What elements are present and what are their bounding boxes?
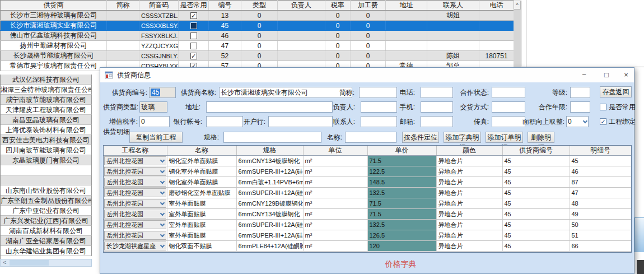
copy-project-button[interactable]: 复制当前工程 — [129, 132, 183, 143]
detail-cell[interactable]: 异地合片 — [436, 209, 502, 220]
column-header[interactable]: 地址 — [386, 1, 427, 11]
scroll-left-icon[interactable]: < — [1, 259, 8, 266]
detail-cell[interactable]: 6mmSUPER-III+12A(硅... — [236, 166, 303, 177]
project-combobox[interactable]: 岳州北控花园 — [104, 199, 166, 208]
project-combobox[interactable]: 岳州北控花园 — [104, 231, 166, 240]
detail-cell[interactable]: 岳州北控花园 — [104, 188, 167, 198]
detail-cell[interactable]: m² — [303, 156, 367, 166]
dialog-titlebar[interactable]: 供货商信息 − □ × — [100, 68, 634, 82]
list-item[interactable]: 天津耀皮工程玻璃有限公司 — [1, 105, 92, 115]
detail-cell[interactable]: 6mmSUPER-III+12A(硅... — [236, 220, 303, 230]
detail-cell[interactable]: 6mmSUPER-III+12A(硅... — [236, 188, 303, 198]
detail-cell[interactable]: 132.5 — [367, 188, 436, 198]
common-checkbox[interactable]: 是否常用 — [600, 101, 636, 113]
column-header[interactable]: 供货商 — [1, 1, 107, 11]
column-header[interactable]: 简音码 — [139, 1, 179, 11]
grade-field[interactable] — [570, 87, 590, 98]
list-item[interactable]: 广东坚朗五金制品股份有限公司 — [1, 196, 92, 206]
round-up-dropdown[interactable]: 0 — [566, 116, 589, 127]
list-item[interactable]: 湖南百成新材料有限公司 — [1, 226, 92, 236]
detail-cell[interactable]: 45 — [502, 156, 570, 166]
supplier-row[interactable]: 长沙市三湘特种玻璃有限公司CSSSXTZBL...13000胡姐 — [1, 11, 514, 21]
detail-cell[interactable]: 岳州北控花园 — [104, 230, 167, 241]
add-dict-detail-button[interactable]: 添加字典明细 — [444, 132, 481, 143]
detail-row[interactable]: 岳州北控花园室外单面贴膜6mmCNY134镀膜钢化m²71.5异地合片4549 — [104, 209, 631, 220]
detail-row[interactable]: 岳州北控花园磨砂钢化室外单面贴膜6mmSUPER-III+12A(硅...m²1… — [104, 188, 631, 198]
detail-cell[interactable]: 148.5 — [367, 177, 436, 188]
detail-cell[interactable]: 87 — [570, 177, 631, 188]
scrollbar-thumb[interactable] — [10, 260, 49, 266]
detail-cell[interactable]: 异地合片 — [436, 220, 502, 230]
detail-cell[interactable]: 71.5 — [367, 209, 436, 220]
column-header[interactable]: 联系人 — [427, 1, 479, 11]
detail-cell[interactable]: 异地合片 — [436, 230, 502, 241]
detail-cell[interactable]: 6mmPLE84+12A(硅酮胶... — [236, 241, 303, 252]
detail-cell[interactable]: 异地合片 — [436, 156, 502, 166]
column-header[interactable]: 工程名称 — [104, 146, 167, 156]
detail-cell[interactable]: 异地合片 — [436, 188, 502, 198]
column-header[interactable]: 负责人 — [278, 1, 325, 11]
delivery-field[interactable] — [492, 101, 525, 113]
locate-button[interactable]: 按条件定位 — [402, 132, 439, 143]
column-header[interactable]: 编号 — [209, 1, 241, 11]
detail-row[interactable]: 长沙龙湖祺鑫星座钢化双面不贴膜6mmPLE84+12A(硅酮胶...m²120异… — [104, 241, 631, 252]
detail-cell[interactable]: 钢化室外单面贴膜 — [167, 177, 236, 188]
checkbox-icon[interactable] — [190, 43, 197, 49]
detail-cell[interactable]: 岳州北控花园 — [104, 156, 167, 166]
detail-cell[interactable]: 室外单面贴膜 — [167, 198, 236, 209]
detail-cell[interactable]: 钢化室外单面贴膜 — [167, 166, 236, 177]
detail-cell[interactable]: 46 — [570, 166, 631, 177]
list-item[interactable] — [1, 175, 92, 185]
detail-cell[interactable]: 45 — [502, 220, 570, 230]
supplier-row[interactable]: 扬州中勤建材有限公司YZZQJCYXGS47000 — [1, 41, 514, 51]
detail-cell[interactable]: 异地合片 — [436, 166, 502, 177]
list-item[interactable]: 咸宁南玻节能玻璃有限公司 — [1, 95, 92, 105]
detail-cell[interactable]: 71.5 — [367, 156, 436, 166]
list-item[interactable]: 武汉亿深科技有限公司 — [1, 75, 92, 85]
detail-cell[interactable]: m² — [303, 220, 367, 230]
detail-cell[interactable]: 50 — [570, 220, 631, 230]
detail-cell[interactable]: 室外单面贴膜 — [167, 230, 236, 241]
email-field[interactable] — [421, 116, 453, 127]
detail-cell[interactable]: 126.5 — [367, 230, 436, 241]
list-item[interactable]: 湖南广亚全铝家居有限公司 — [1, 236, 92, 246]
detail-cell[interactable]: 岳州北控花园 — [104, 198, 167, 209]
project-combobox[interactable]: 岳州北控花园 — [104, 167, 166, 176]
detail-cell[interactable]: 磨砂钢化室外单面贴膜 — [167, 188, 236, 198]
project-combobox[interactable]: 岳州北控花园 — [104, 178, 166, 187]
detail-cell[interactable]: 6mmCNY134镀膜钢化 — [236, 209, 303, 220]
detail-cell[interactable]: m² — [303, 230, 367, 241]
detail-cell[interactable]: 岳州北控花园 — [104, 220, 167, 230]
detail-row[interactable]: 岳州北控花园钢化室外单面贴膜6mm白玻+1.14PVB+6mm...m²148.… — [104, 177, 631, 188]
supplier-row[interactable]: 长沙晟格节能玻璃有限公司CSSGJNBLYXGS52000陈姐180751 — [1, 51, 514, 61]
detail-cell[interactable]: 122.5 — [367, 166, 436, 177]
checkbox-icon[interactable] — [600, 104, 606, 110]
column-header[interactable]: 电话 — [479, 1, 514, 11]
detail-cell[interactable]: 71.5 — [367, 198, 436, 209]
detail-cell[interactable]: 45 — [502, 198, 570, 209]
checkbox-icon[interactable] — [190, 22, 197, 29]
project-combobox[interactable]: 岳州北控花园 — [104, 210, 166, 219]
detail-cell[interactable]: 6mmCNY134镀膜钢化 — [236, 156, 303, 166]
detail-cell[interactable]: 异地合片 — [436, 198, 502, 209]
horizontal-scrollbar[interactable]: < — [0, 259, 92, 267]
detail-cell[interactable]: 45 — [502, 177, 570, 188]
list-item[interactable]: 湘潭三金特种玻璃有限责任公司 — [1, 85, 92, 95]
column-header[interactable]: 单价 — [367, 146, 436, 156]
detail-cell[interactable]: m² — [303, 177, 367, 188]
minimize-icon[interactable]: − — [575, 68, 593, 82]
project-combobox[interactable]: 岳州北控花园 — [104, 188, 166, 197]
detail-cell[interactable]: 45 — [570, 156, 631, 166]
name-filter-field[interactable] — [345, 132, 396, 143]
maximize-icon[interactable]: □ — [598, 68, 615, 82]
detail-cell[interactable]: m² — [303, 188, 367, 198]
address-field[interactable] — [206, 101, 333, 113]
vertical-scrollbar[interactable]: ^ — [514, 1, 521, 75]
bank-field[interactable] — [268, 116, 333, 127]
binding-checkbox[interactable]: 工程绑定 — [600, 116, 636, 127]
detail-row[interactable]: 岳州北控花园室外单面贴膜6mmSUPER-III+12A(硅...m²132.5… — [104, 220, 631, 230]
column-header[interactable]: 明细号 — [570, 146, 631, 156]
list-item[interactable] — [1, 165, 92, 175]
detail-cell[interactable]: 6mmCNY129B镀膜钢化 — [236, 198, 303, 209]
project-combobox[interactable]: 长沙龙湖祺鑫星座 — [104, 242, 166, 250]
